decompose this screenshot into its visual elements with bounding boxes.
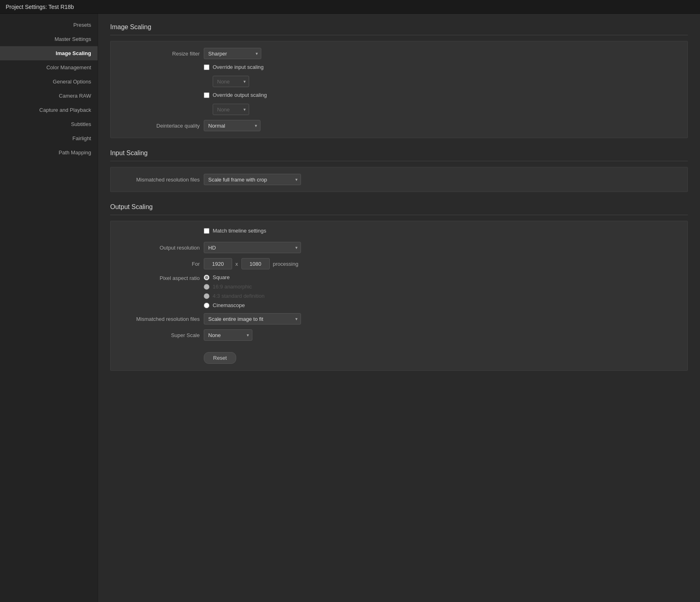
match-timeline-row: Match timeline settings — [204, 228, 679, 237]
sidebar: Presets Master Settings Image Scaling Co… — [0, 14, 98, 602]
radio-square-input[interactable] — [204, 275, 209, 280]
override-output-select-wrapper: None — [213, 104, 249, 115]
radio-square-label: Square — [213, 274, 230, 280]
sidebar-item-presets[interactable]: Presets — [0, 18, 98, 32]
sidebar-item-subtitles[interactable]: Subtitles — [0, 117, 98, 131]
for-row: For x processing — [119, 258, 679, 269]
pixel-aspect-radio-group: Square 16:9 anamorphic 4:3 standard defi… — [204, 274, 265, 308]
output-scaling-title: Output Scaling — [110, 203, 688, 211]
output-mismatched-select[interactable]: Scale entire image to fit Scale full fra… — [204, 313, 301, 324]
deinterlace-row: Deinterlace quality Normal Better Best A… — [119, 120, 679, 131]
output-scaling-panel: Match timeline settings Output resolutio… — [110, 221, 688, 371]
radio-4-3-label: 4:3 standard definition — [213, 293, 265, 299]
x-label: x — [235, 261, 238, 267]
sidebar-item-path-mapping[interactable]: Path Mapping — [0, 145, 98, 160]
for-control: x processing — [204, 258, 298, 269]
main-content: Image Scaling Resize filter Sharper Smoo… — [98, 14, 700, 602]
sidebar-item-image-scaling[interactable]: Image Scaling — [0, 46, 98, 60]
sidebar-item-general-options[interactable]: General Options — [0, 75, 98, 89]
radio-16-9: 16:9 anamorphic — [204, 284, 265, 290]
match-timeline-checkbox[interactable] — [204, 228, 209, 234]
resize-filter-control: Sharper Smoother Bicubic Bilinear Neares… — [204, 48, 261, 59]
reset-button[interactable]: Reset — [204, 352, 236, 364]
super-scale-label: Super Scale — [119, 332, 200, 338]
output-mismatched-row: Mismatched resolution files Scale entire… — [119, 313, 679, 324]
override-input-label: Override input scaling — [213, 64, 264, 70]
deinterlace-select[interactable]: Normal Better Best Automatic — [204, 120, 260, 131]
override-output-checkbox-row: Override output scaling — [204, 92, 267, 98]
output-resolution-select[interactable]: HD 4K 8K Custom — [204, 242, 301, 253]
sidebar-item-master-settings[interactable]: Master Settings — [0, 32, 98, 46]
deinterlace-select-wrapper: Normal Better Best Automatic — [204, 120, 260, 131]
super-scale-row: Super Scale None 2x 3x 4x — [119, 329, 679, 341]
override-output-label: Override output scaling — [213, 92, 267, 98]
override-input-row: Override input scaling None — [204, 64, 679, 87]
title-bar: Project Settings: Test R18b — [0, 0, 700, 14]
image-scaling-title: Image Scaling — [110, 23, 688, 31]
processing-label: processing — [273, 261, 299, 267]
width-input[interactable] — [204, 258, 232, 269]
input-scaling-panel: Mismatched resolution files Scale full f… — [110, 167, 688, 192]
radio-16-9-label: 16:9 anamorphic — [213, 284, 252, 290]
output-mismatched-control: Scale entire image to fit Scale full fra… — [204, 313, 301, 324]
radio-4-3: 4:3 standard definition — [204, 293, 265, 299]
deinterlace-label: Deinterlace quality — [119, 123, 200, 129]
input-mismatched-select[interactable]: Scale full frame with crop Scale entire … — [204, 174, 301, 185]
deinterlace-control: Normal Better Best Automatic — [204, 120, 260, 131]
resize-filter-row: Resize filter Sharper Smoother Bicubic B… — [119, 48, 679, 59]
output-resolution-label: Output resolution — [119, 245, 200, 251]
match-timeline-label: Match timeline settings — [213, 228, 266, 234]
reset-row: Reset — [204, 346, 679, 364]
sidebar-item-capture-playback[interactable]: Capture and Playback — [0, 103, 98, 117]
override-input-checkbox-row: Override input scaling — [204, 64, 264, 70]
radio-16-9-input[interactable] — [204, 284, 209, 290]
height-input[interactable] — [241, 258, 270, 269]
radio-cinemascope-label: Cinemascope — [213, 302, 245, 308]
image-scaling-panel: Resize filter Sharper Smoother Bicubic B… — [110, 41, 688, 138]
super-scale-select-wrapper: None 2x 3x 4x — [204, 329, 252, 341]
output-resolution-row: Output resolution HD 4K 8K Custom — [119, 242, 679, 253]
pixel-aspect-label: Pixel aspect ratio — [119, 274, 200, 281]
override-input-select-wrapper: None — [213, 76, 249, 87]
output-mismatched-select-wrapper: Scale entire image to fit Scale full fra… — [204, 313, 301, 324]
sidebar-item-camera-raw[interactable]: Camera RAW — [0, 89, 98, 103]
match-timeline-checkbox-row: Match timeline settings — [204, 228, 266, 234]
super-scale-control: None 2x 3x 4x — [204, 329, 252, 341]
input-scaling-title: Input Scaling — [110, 149, 688, 157]
radio-square: Square — [204, 274, 265, 280]
override-input-select[interactable]: None — [213, 76, 249, 87]
override-input-checkbox[interactable] — [204, 64, 209, 70]
override-input-select-wrapper-container: None — [213, 76, 249, 87]
title-bar-text: Project Settings: Test R18b — [6, 4, 74, 10]
radio-4-3-input[interactable] — [204, 293, 209, 299]
resize-filter-select-wrapper: Sharper Smoother Bicubic Bilinear Neares… — [204, 48, 261, 59]
output-mismatched-label: Mismatched resolution files — [119, 316, 200, 322]
output-resolution-select-wrapper: HD 4K 8K Custom — [204, 242, 301, 253]
override-output-select[interactable]: None — [213, 104, 249, 115]
pixel-aspect-row: Pixel aspect ratio Square 16:9 anamorphi… — [119, 274, 679, 308]
output-resolution-control: HD 4K 8K Custom — [204, 242, 301, 253]
override-output-checkbox[interactable] — [204, 92, 209, 98]
radio-cinemascope-input[interactable] — [204, 303, 209, 308]
input-mismatched-row: Mismatched resolution files Scale full f… — [119, 174, 679, 185]
for-label: For — [119, 261, 200, 267]
input-mismatched-select-wrapper: Scale full frame with crop Scale entire … — [204, 174, 301, 185]
resize-filter-select[interactable]: Sharper Smoother Bicubic Bilinear Neares… — [204, 48, 261, 59]
radio-cinemascope: Cinemascope — [204, 302, 265, 308]
input-mismatched-label: Mismatched resolution files — [119, 177, 200, 183]
sidebar-item-color-management[interactable]: Color Management — [0, 60, 98, 75]
super-scale-select[interactable]: None 2x 3x 4x — [204, 329, 252, 341]
override-output-select-wrapper-container: None — [213, 104, 249, 115]
sidebar-item-fairlight[interactable]: Fairlight — [0, 131, 98, 145]
input-mismatched-control: Scale full frame with crop Scale entire … — [204, 174, 301, 185]
resize-filter-label: Resize filter — [119, 51, 200, 57]
override-output-row: Override output scaling None — [204, 92, 679, 115]
